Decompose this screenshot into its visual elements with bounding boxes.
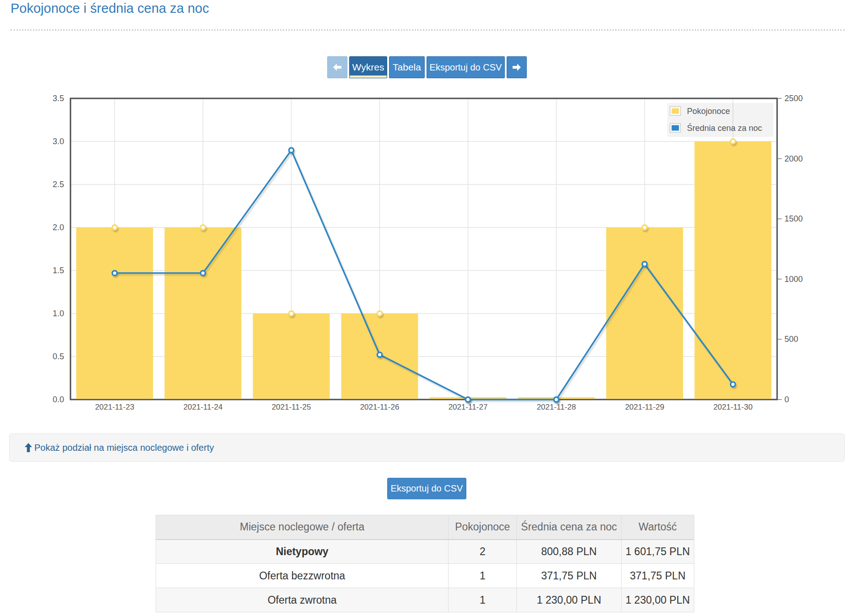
cell-name: Nietypowy: [156, 540, 449, 564]
svg-text:0.0: 0.0: [53, 395, 64, 404]
show-breakdown-label: Pokaż podział na miejsca noclegowe i ofe…: [34, 443, 214, 453]
table-row: Oferta bezzwrotna 1 371,75 PLN 371,75 PL…: [156, 564, 694, 588]
cell-name: Oferta bezzwrotna: [156, 564, 449, 588]
cell-pokojonoce: 1: [449, 564, 517, 588]
svg-text:Średnia cena za noc: Średnia cena za noc: [687, 123, 762, 133]
svg-text:2021-11-24: 2021-11-24: [184, 403, 223, 411]
export-csv-button-toolbar[interactable]: Eksportuj do CSV: [427, 56, 505, 78]
table-header-row: Miejsce noclegowe / oferta Pokojonoce Śr…: [156, 515, 694, 540]
tab-tabela[interactable]: Tabela: [389, 56, 425, 78]
export-csv-button-table[interactable]: Eksportuj do CSV: [387, 478, 466, 499]
svg-text:3.5: 3.5: [53, 94, 64, 103]
svg-text:2.0: 2.0: [53, 223, 64, 232]
svg-text:2021-11-27: 2021-11-27: [449, 403, 488, 411]
svg-text:1500: 1500: [784, 214, 803, 223]
cell-srednia-cena: 800,88 PLN: [517, 540, 622, 564]
svg-text:0: 0: [784, 395, 789, 404]
arrow-up-icon: [23, 442, 33, 453]
svg-text:3.0: 3.0: [53, 137, 64, 146]
table-row: Oferta zwrotna 1 1 230,00 PLN 1 230,00 P…: [156, 588, 694, 612]
svg-text:2021-11-26: 2021-11-26: [360, 403, 400, 411]
toolbar: Wykres Tabela Eksportuj do CSV: [327, 56, 527, 78]
arrow-left-icon: [332, 62, 343, 73]
cell-wartosc: 371,75 PLN: [622, 564, 694, 588]
svg-text:2000: 2000: [784, 154, 803, 163]
svg-text:2021-11-25: 2021-11-25: [272, 403, 311, 411]
svg-text:500: 500: [784, 335, 798, 344]
breakdown-band: Pokaż podział na miejsca noclegowe i ofe…: [9, 433, 845, 462]
header-pokojonoce: Pokojonoce: [449, 515, 517, 540]
svg-text:1.5: 1.5: [53, 266, 64, 275]
svg-text:2500: 2500: [784, 94, 803, 103]
cell-wartosc: 1 601,75 PLN: [622, 540, 694, 564]
svg-text:2021-11-30: 2021-11-30: [713, 403, 753, 411]
combo-chart[interactable]: 0.00.51.01.52.02.53.03.50500100015002000…: [0, 85, 854, 428]
chart-legend: PokojonoceŚrednia cena za noc: [667, 103, 773, 137]
cell-pokojonoce: 1: [449, 588, 517, 612]
header-miejsce: Miejsce noclegowe / oferta: [156, 515, 449, 540]
table-row: Nietypowy 2 800,88 PLN 1 601,75 PLN: [156, 540, 694, 564]
svg-text:1000: 1000: [784, 275, 803, 284]
svg-text:2021-11-28: 2021-11-28: [537, 403, 576, 411]
svg-text:0.5: 0.5: [53, 352, 64, 361]
page-title: Pokojonoce i średnia cena za noc: [11, 1, 209, 16]
cell-srednia-cena: 371,75 PLN: [517, 564, 622, 588]
bar-series-pokojonoce: [76, 139, 772, 404]
svg-text:Pokojonoce: Pokojonoce: [687, 107, 730, 116]
header-wartosc: Wartość: [622, 515, 694, 540]
cell-pokojonoce: 2: [449, 540, 517, 564]
svg-text:1.0: 1.0: [53, 309, 64, 318]
breakdown-table: Miejsce noclegowe / oferta Pokojonoce Śr…: [156, 515, 694, 612]
svg-text:2021-11-23: 2021-11-23: [95, 403, 135, 411]
next-period-button[interactable]: [507, 56, 527, 78]
header-srednia-cena: Średnia cena za noc: [517, 515, 622, 540]
title-divider: [11, 23, 845, 31]
svg-text:2021-11-29: 2021-11-29: [625, 403, 665, 411]
cell-srednia-cena: 1 230,00 PLN: [517, 588, 622, 612]
cell-wartosc: 1 230,00 PLN: [622, 588, 694, 612]
arrow-right-icon: [511, 62, 522, 73]
tab-wykres[interactable]: Wykres: [349, 56, 387, 78]
previous-period-button[interactable]: [327, 56, 347, 78]
svg-text:2.5: 2.5: [53, 180, 64, 189]
show-breakdown-link[interactable]: Pokaż podział na miejsca noclegowe i ofe…: [23, 442, 214, 453]
cell-name: Oferta zwrotna: [156, 588, 449, 612]
